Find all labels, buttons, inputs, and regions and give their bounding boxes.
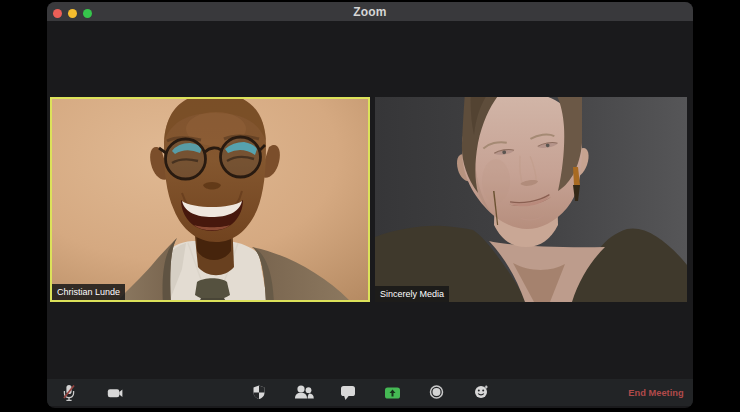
svg-text:End Meeting: End Meeting	[628, 388, 684, 398]
